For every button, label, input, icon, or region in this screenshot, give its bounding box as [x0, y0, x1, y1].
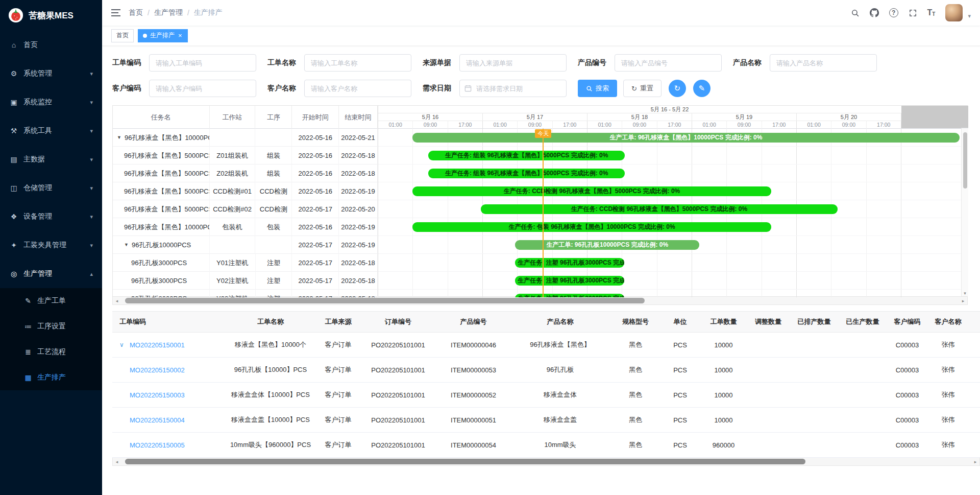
gantt-horizontal-scrollbar[interactable]: ◂ ▸ [112, 297, 968, 305]
filter-label: 客户名称 [267, 84, 304, 93]
scroll-right-icon[interactable]: ▸ [959, 298, 967, 303]
expand-icon[interactable]: ▼ [124, 236, 129, 254]
sidebar-item[interactable]: ✦工装夹具管理▾ [0, 231, 102, 260]
expand-icon[interactable]: ▼ [117, 129, 121, 147]
chevron-down-icon[interactable]: ▾ [968, 13, 971, 21]
sidebar-item[interactable]: ▣系统监控▾ [0, 88, 102, 116]
start-time-cell: 2022-05-17 [292, 272, 339, 290]
font-size-icon[interactable]: TT [927, 9, 936, 17]
gantt-task-bar[interactable]: 生产任务: CCD检测 96孔移液盒【黑色】5000PCS 完成比例: 0% [412, 186, 771, 196]
scrollbar-thumb[interactable] [963, 132, 967, 188]
tab-item[interactable]: 生产排产× [138, 29, 188, 42]
scroll-right-icon[interactable]: ▸ [971, 459, 979, 464]
edit-button[interactable]: ✎ [693, 80, 710, 97]
gantt-task-bar[interactable]: 生产任务: 组装 96孔移液盒【黑色】5000PCS 完成比例: 0% [428, 169, 625, 178]
gantt-vertical-scrollbar[interactable]: ▾ [961, 106, 968, 296]
table-horizontal-scrollbar[interactable]: ◂ ▸ [112, 458, 980, 466]
scroll-down-icon[interactable]: ▾ [962, 291, 968, 296]
sidebar-subitem[interactable]: ≔工序设置 [0, 314, 102, 339]
breadcrumb-item[interactable]: 生产管理 [154, 8, 183, 17]
fullscreen-icon[interactable] [909, 9, 917, 17]
start-time-cell: 2022-05-16 [292, 164, 339, 182]
workorder-link[interactable]: MO202205150005 [130, 441, 185, 449]
gantt-task-bar[interactable]: 生产任务: CCD检测 96孔移液盒【黑色】5000PCS 完成比例: 0% [481, 204, 838, 214]
workorder-link[interactable]: MO202205150003 [130, 391, 185, 399]
orders-table-row[interactable]: ∨MO20220515000296孔孔板【10000】PCS客户订单PO2022… [112, 358, 980, 383]
orders-cell-qty: 960000 [699, 441, 748, 449]
scrollbar-track[interactable] [121, 297, 959, 304]
scroll-left-icon[interactable]: ◂ [113, 298, 121, 303]
gantt-task-bar[interactable]: 生产任务: 注塑 96孔孔板3000PCS 完成比例: 0% [515, 258, 624, 268]
gantt-task-row[interactable]: 96孔孔板3000PCSY01注塑机注塑2022-05-172022-05-18 [113, 254, 378, 272]
search-icon[interactable] [851, 9, 860, 17]
gantt-task-row[interactable]: 96孔移液盒【黑色】5000PCSZ02组装机组装2022-05-162022-… [113, 164, 378, 182]
breadcrumb-item[interactable]: 首页 [129, 8, 143, 17]
sidebar-item[interactable]: ⌂首页 [0, 31, 102, 59]
task-name-cell: 96孔移液盒【黑色】5000PCS [113, 200, 210, 218]
workorder-link[interactable]: MO202205150001 [130, 341, 185, 349]
gantt-task-row[interactable]: 96孔孔板3000PCSY02注塑机注塑2022-05-172022-05-18 [113, 272, 378, 290]
sidebar-item-label: 系统工具 [23, 126, 52, 135]
orders-cell-code: ∨MO202205150002 [112, 366, 225, 374]
close-icon[interactable]: × [178, 32, 183, 39]
filter-input[interactable] [304, 54, 411, 72]
scrollbar-thumb[interactable] [125, 459, 805, 464]
orders-table-row[interactable]: ∨MO202205150001移液盒【黑色】10000个客户订单PO202205… [112, 333, 980, 358]
filter-input[interactable] [615, 54, 722, 72]
orders-cell-demand_date: 2022 [967, 341, 980, 349]
sidebar-item[interactable]: ▤主数据▾ [0, 145, 102, 174]
sidebar-item[interactable]: ❖设备管理▾ [0, 202, 102, 231]
scrollbar-track[interactable] [121, 458, 971, 465]
sidebar-item[interactable]: ⚒系统工具▾ [0, 116, 102, 145]
scrollbar-thumb[interactable] [125, 298, 645, 303]
task-name-cell: 96孔移液盒【黑色】10000PCS [113, 218, 210, 236]
sidebar-item[interactable]: ◎生产管理▴ [0, 260, 102, 288]
workorder-link[interactable]: MO202205150002 [130, 366, 185, 374]
refresh-icon: ↻ [631, 85, 637, 92]
end-time-cell: 2022-05-19 [339, 236, 378, 254]
gantt-timeline: 5月 16 - 5月 22 5月 165月 175月 185月 195月 20 … [378, 106, 961, 296]
filter-input[interactable] [149, 54, 256, 72]
sidebar-subitem[interactable]: ≣工艺流程 [0, 339, 102, 365]
sidebar-toggle-icon[interactable] [111, 9, 120, 17]
workorder-link[interactable]: MO202205150004 [130, 416, 185, 424]
filter-input[interactable] [149, 80, 256, 97]
process-cell: 包装 [255, 218, 292, 236]
gantt-task-bar[interactable]: 生产任务: 注塑 96孔孔板3000PCS 完成比例: 0% [515, 294, 624, 297]
gantt-task-row[interactable]: 96孔移液盒【黑色】5000PCSCCD检测#01CCD检测2022-05-16… [113, 182, 378, 200]
github-icon[interactable] [870, 8, 879, 17]
filter-input[interactable] [770, 54, 877, 72]
gantt-task-bar[interactable]: 生产任务: 注塑 96孔孔板3000PCS 完成比例: 0% [515, 276, 624, 286]
sidebar-subitem[interactable]: ✎生产工单 [0, 288, 102, 314]
orders-cell-source: 客户订单 [316, 340, 360, 349]
help-icon[interactable]: ? [889, 8, 898, 17]
gantt-task-row[interactable]: 96孔孔板3000PCSY03注塑机注塑2022-05-172022-05-18 [113, 290, 378, 297]
gantt-task-bar[interactable]: 生产任务: 组装 96孔移液盒【黑色】5000PCS 完成比例: 0% [428, 151, 625, 160]
search-button[interactable]: 搜索 [578, 80, 617, 97]
start-time-cell: 2022-05-16 [292, 182, 339, 200]
filter-input[interactable] [459, 54, 567, 72]
sidebar-subitem[interactable]: ▦生产排产 [0, 365, 102, 390]
gantt-task-row[interactable]: 96孔移液盒【黑色】10000PCS包装机包装2022-05-162022-05… [113, 218, 378, 236]
reset-button[interactable]: ↻ 重置 [623, 80, 662, 97]
gantt-task-row[interactable]: ▼96孔移液盒【黑色】10000PCS2022-05-162022-05-21 [113, 129, 378, 147]
timeline-header: 5月 16 - 5月 22 5月 165月 175月 185月 195月 20 … [378, 106, 961, 129]
gantt-task-row[interactable]: 96孔移液盒【黑色】5000PCSCCD检测#02CCD检测2022-05-17… [113, 200, 378, 218]
filter-input[interactable] [304, 80, 411, 97]
sync-gantt-button[interactable]: ↻ [669, 80, 686, 97]
gantt-task-row[interactable]: 96孔移液盒【黑色】5000PCSZ01组装机组装2022-05-162022-… [113, 147, 378, 164]
row-expand-icon[interactable]: ∨ [119, 341, 126, 348]
gantt-task-row[interactable]: ▼96孔孔板10000PCS2022-05-172022-05-19 [113, 236, 378, 254]
gantt-task-bar[interactable]: 生产任务: 包装 96孔移液盒【黑色】10000PCS 完成比例: 0% [412, 222, 771, 232]
orders-table-row[interactable]: ∨MO20220515000510mm吸头【960000】PCS客户订单PO20… [112, 433, 980, 458]
gantt-order-bar[interactable]: 生产工单: 96孔移液盒【黑色】10000PCS 完成比例: 0% [412, 133, 959, 143]
orders-table-row[interactable]: ∨MO202205150003移液盒盒体【10000】PCS客户订单PO2022… [112, 383, 980, 408]
tab-item[interactable]: 首页 [111, 29, 134, 42]
orders-cell-unit: PCS [661, 391, 699, 399]
scroll-left-icon[interactable]: ◂ [113, 459, 121, 464]
filter-input[interactable] [459, 80, 567, 97]
sidebar-item[interactable]: ◫仓储管理▾ [0, 174, 102, 202]
avatar[interactable] [945, 4, 963, 21]
sidebar-item[interactable]: ⚙系统管理▾ [0, 59, 102, 88]
orders-table-row[interactable]: ∨MO202205150004移液盒盒盖【10000】PCS客户订单PO2022… [112, 408, 980, 433]
